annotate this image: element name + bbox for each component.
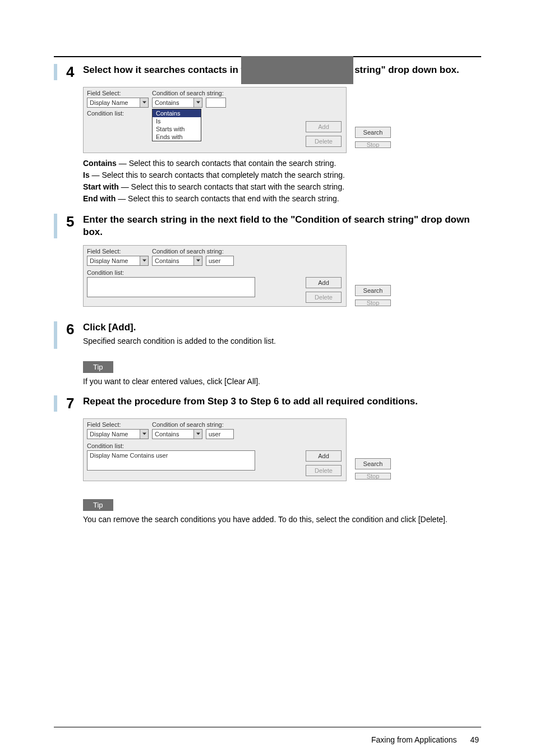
tip-text: If you want to clear entered values, cli… — [83, 376, 481, 388]
step-accent — [54, 321, 57, 349]
condition-list-label: Condition list: — [87, 442, 124, 449]
add-button[interactable]: Add — [306, 450, 342, 462]
chevron-down-icon — [193, 98, 202, 107]
search-button[interactable]: Search — [355, 285, 391, 296]
search-button[interactable]: Search — [355, 458, 391, 469]
step-accent — [54, 64, 57, 80]
delete-button[interactable]: Delete — [306, 292, 342, 303]
footer-page-number: 49 — [470, 735, 479, 744]
screenshot-step7: Field Select: Condition of search string… — [83, 418, 347, 481]
screenshot-step4: Field Select: Condition of search string… — [83, 87, 347, 153]
tip-text: You can remove the search conditions you… — [83, 514, 481, 525]
add-button[interactable]: Add — [306, 121, 342, 132]
chevron-down-icon — [140, 98, 148, 107]
dropdown-option-contains[interactable]: Contains — [153, 109, 201, 117]
step-5: 5 Enter the search string in the next fi… — [54, 214, 481, 238]
field-select-dropdown[interactable]: Display Name — [87, 98, 149, 108]
add-button[interactable]: Add — [306, 277, 342, 288]
search-string-value: user — [209, 431, 220, 437]
page-footer: Faxing from Applications 49 — [54, 735, 481, 744]
condition-dropdown-list[interactable]: Contains Is Starts with Ends with — [152, 109, 201, 141]
def-is-label: Is — [83, 170, 90, 179]
screenshot-step5: Field Select: Condition of search string… — [83, 245, 347, 307]
search-button[interactable]: Search — [355, 127, 391, 138]
dropdown-option-is[interactable]: Is — [153, 117, 201, 125]
step-accent — [54, 214, 57, 238]
condition-dropdown[interactable]: Contains — [152, 98, 202, 108]
condition-dropdown[interactable]: Contains — [152, 256, 202, 266]
step-accent — [54, 395, 57, 412]
stop-button[interactable]: Stop — [355, 299, 391, 306]
step-title: Repeat the procedure from Step 3 to Step… — [83, 395, 481, 408]
field-select-dropdown[interactable]: Display Name — [87, 429, 149, 439]
chevron-down-icon — [140, 430, 148, 439]
search-string-value: user — [209, 257, 220, 264]
def-contains-text: — Select this to search contacts that co… — [117, 159, 336, 168]
step4-definitions: Contains — Select this to search contact… — [83, 158, 481, 205]
condition-value: Contains — [155, 257, 193, 264]
def-startwith-text: — Select this to search contacts that st… — [119, 182, 344, 191]
field-select-label: Field Select: — [87, 90, 149, 96]
chevron-down-icon — [193, 256, 202, 265]
def-is-text: — Select this to search contacts that co… — [90, 170, 345, 179]
chevron-down-icon — [193, 430, 202, 439]
stop-button[interactable]: Stop — [355, 473, 391, 480]
field-select-label: Field Select: — [87, 248, 149, 255]
stop-button[interactable]: Stop — [355, 141, 391, 148]
chevron-down-icon — [140, 256, 148, 265]
condition-listbox[interactable]: Display Name Contains user — [87, 450, 255, 471]
condition-listbox[interactable] — [87, 277, 255, 297]
def-endwith-label: End with — [83, 194, 116, 203]
field-select-value: Display Name — [90, 99, 140, 106]
step-6: 6 Click [Add]. Specified search conditio… — [54, 321, 481, 349]
step-7: 7 Repeat the procedure from Step 3 to St… — [54, 395, 481, 412]
step-number: 6 — [66, 321, 83, 349]
condition-dropdown[interactable]: Contains — [152, 429, 202, 439]
list-item[interactable]: Display Name Contains user — [90, 452, 252, 459]
condition-label: Condition of search string: — [152, 248, 236, 255]
field-select-value: Display Name — [90, 431, 140, 437]
def-contains-label: Contains — [83, 159, 117, 168]
header-tab-block — [241, 56, 353, 84]
step-number: 7 — [66, 395, 83, 412]
tip-badge: Tip — [83, 361, 113, 373]
condition-label: Condition of search string: — [152, 421, 236, 428]
field-select-dropdown[interactable]: Display Name — [87, 256, 149, 266]
condition-label: Condition of search string: — [152, 90, 236, 96]
condition-list-label: Condition list: — [87, 269, 124, 276]
search-string-input[interactable] — [206, 98, 226, 108]
field-select-label: Field Select: — [87, 421, 149, 428]
footer-rule — [54, 727, 481, 727]
condition-value: Contains — [155, 99, 193, 106]
step-number: 5 — [66, 214, 83, 238]
search-string-input[interactable]: user — [206, 256, 234, 266]
condition-list-label: Condition list: — [87, 110, 124, 117]
def-startwith-label: Start with — [83, 182, 119, 191]
dropdown-option-endswith[interactable]: Ends with — [153, 133, 201, 141]
def-endwith-text: — Select this to search contacts that en… — [116, 194, 339, 203]
field-select-value: Display Name — [90, 257, 140, 264]
step-subtext: Specified search condition is added to t… — [83, 336, 481, 347]
step-title: Click [Add]. — [83, 321, 481, 334]
search-string-input[interactable]: user — [206, 429, 234, 439]
dropdown-option-startswith[interactable]: Starts with — [153, 125, 201, 133]
tip-badge: Tip — [83, 499, 113, 511]
condition-value: Contains — [155, 431, 193, 437]
footer-section: Faxing from Applications — [371, 735, 457, 744]
delete-button[interactable]: Delete — [306, 136, 342, 147]
delete-button[interactable]: Delete — [306, 465, 342, 476]
step-number: 4 — [66, 64, 83, 80]
step-title: Enter the search string in the next fiel… — [83, 214, 481, 238]
